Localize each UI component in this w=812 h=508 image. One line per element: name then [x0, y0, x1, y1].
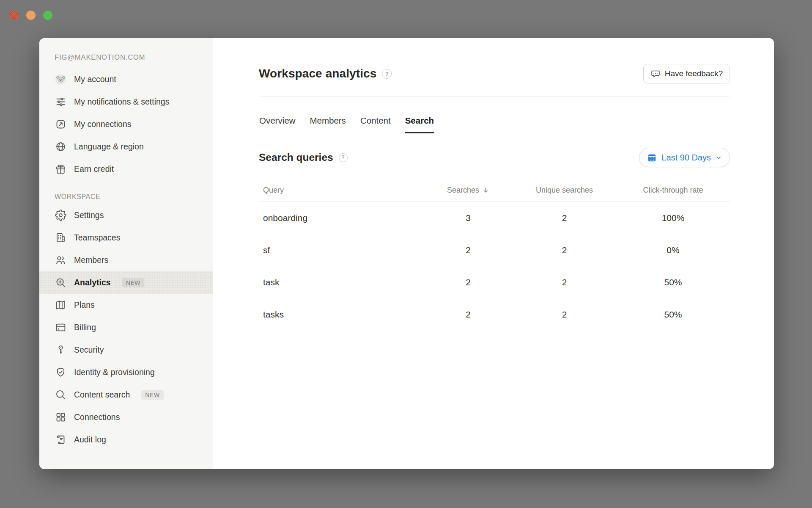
- sidebar-item-plans[interactable]: Plans: [39, 294, 213, 316]
- gear-icon: [55, 210, 66, 221]
- members-icon: [55, 254, 66, 266]
- sidebar-item-settings[interactable]: Settings: [39, 204, 213, 226]
- unique-searches-cell: 2: [513, 309, 616, 320]
- arrow-up-right-icon: [55, 119, 66, 130]
- column-header-click-through-rate: Click-through rate: [616, 186, 730, 195]
- table-row: tasks2250%: [259, 298, 730, 331]
- analytics-tabs: OverviewMembersContentSearch: [259, 109, 730, 133]
- tab-search[interactable]: Search: [405, 109, 434, 133]
- date-range-button[interactable]: Last 90 Days: [639, 148, 730, 167]
- sidebar-item-label: Earn credit: [74, 163, 114, 175]
- key-icon: [55, 344, 66, 356]
- tab-content[interactable]: Content: [360, 109, 391, 133]
- question-circle-icon[interactable]: [382, 69, 392, 79]
- credit-card-icon: [55, 322, 66, 333]
- sidebar-item-label: My account: [74, 74, 116, 85]
- date-range-label: Last 90 Days: [661, 153, 711, 163]
- table-row: onboarding32100%: [259, 202, 730, 234]
- grid-icon: [55, 411, 66, 423]
- workspace-section: SettingsTeamspacesMembersAnalyticsNEWPla…: [39, 204, 213, 451]
- query-cell: tasks: [259, 309, 424, 320]
- scroll-icon: [55, 434, 66, 445]
- table-row: sf220%: [259, 234, 730, 266]
- sidebar-item-content-search[interactable]: Content searchNEW: [39, 384, 213, 406]
- settings-window: FIG@MAKENOTION.COM My accountMy notifica…: [39, 38, 774, 469]
- gift-icon: [55, 163, 66, 175]
- chat-bubble-icon: [650, 69, 661, 79]
- sidebar-item-my-notifications-settings[interactable]: My notifications & settings: [39, 91, 213, 113]
- sidebar-item-billing[interactable]: Billing: [39, 316, 213, 339]
- tab-overview[interactable]: Overview: [259, 109, 296, 133]
- shield-check-icon: [55, 367, 66, 378]
- globe-icon: [55, 141, 66, 152]
- sidebar-item-audit-log[interactable]: Audit log: [39, 428, 213, 451]
- searches-cell: 2: [424, 277, 513, 287]
- new-badge: NEW: [141, 390, 163, 400]
- chevron-down-icon: [716, 155, 722, 161]
- ctr-cell: 100%: [616, 213, 730, 223]
- table-header-row: QuerySearchesUnique searchesClick-throug…: [259, 179, 730, 202]
- sidebar-item-my-account[interactable]: My account: [39, 68, 213, 91]
- window-controls: [9, 11, 52, 20]
- section-title: Search queries: [259, 152, 333, 163]
- question-circle-icon[interactable]: [339, 153, 348, 162]
- sidebar-item-label: Audit log: [74, 434, 106, 445]
- sidebar-item-label: Identity & provisioning: [74, 367, 155, 378]
- workspace-section-label: WORKSPACE: [55, 193, 198, 201]
- sidebar-item-teamspaces[interactable]: Teamspaces: [39, 226, 213, 249]
- sidebar-item-my-connections[interactable]: My connections: [39, 113, 213, 135]
- page-header: Workspace analytics Have feedback?: [259, 64, 730, 84]
- search-queries-table: QuerySearchesUnique searchesClick-throug…: [259, 179, 730, 331]
- sidebar-item-label: Language & region: [74, 141, 144, 152]
- sidebar-item-label: Plans: [74, 299, 95, 311]
- searches-cell: 2: [424, 309, 513, 320]
- searches-cell: 2: [424, 245, 513, 255]
- sidebar-item-analytics[interactable]: AnalyticsNEW: [39, 271, 213, 294]
- sidebar-item-security[interactable]: Security: [39, 339, 213, 361]
- sidebar-item-label: Billing: [74, 322, 96, 333]
- have-feedback-button[interactable]: Have feedback?: [643, 64, 730, 83]
- sidebar-item-label: My connections: [74, 119, 131, 130]
- minimize-button[interactable]: [26, 11, 36, 20]
- sidebar-item-label: Teamspaces: [74, 232, 120, 243]
- calendar-icon: [647, 153, 657, 163]
- table-column-divider: [424, 179, 424, 331]
- page-title: Workspace analytics: [259, 67, 376, 80]
- sidebar-item-label: Analytics: [74, 277, 111, 288]
- sidebar-item-identity-provisioning[interactable]: Identity & provisioning: [39, 361, 213, 384]
- user-avatar: [55, 74, 66, 85]
- magnifier-plus-icon: [55, 277, 66, 288]
- desktop-background: FIG@MAKENOTION.COM My accountMy notifica…: [0, 0, 812, 508]
- header-divider: [259, 97, 730, 97]
- sidebar-item-label: Settings: [74, 210, 104, 221]
- zoom-button[interactable]: [43, 11, 52, 20]
- unique-searches-cell: 2: [513, 277, 616, 287]
- query-cell: onboarding: [259, 213, 424, 223]
- building-icon: [55, 232, 66, 243]
- table-row: task2250%: [259, 266, 730, 298]
- settings-sidebar: FIG@MAKENOTION.COM My accountMy notifica…: [39, 38, 213, 469]
- sidebar-item-language-region[interactable]: Language & region: [39, 135, 213, 158]
- searches-cell: 3: [424, 213, 513, 223]
- map-icon: [55, 299, 66, 311]
- sidebar-item-label: Content search: [74, 389, 130, 400]
- sidebar-item-connections[interactable]: Connections: [39, 406, 213, 428]
- sidebar-item-earn-credit[interactable]: Earn credit: [39, 158, 213, 180]
- unique-searches-cell: 2: [513, 213, 616, 223]
- query-cell: sf: [259, 245, 424, 255]
- sidebar-item-members[interactable]: Members: [39, 249, 213, 271]
- sidebar-item-label: Connections: [74, 411, 120, 423]
- feedback-button-label: Have feedback?: [665, 69, 723, 78]
- close-button[interactable]: [9, 11, 19, 20]
- column-header-query: Query: [259, 186, 424, 195]
- column-header-unique-searches: Unique searches: [513, 186, 616, 195]
- column-header-searches[interactable]: Searches: [424, 186, 513, 195]
- magnifier-icon: [55, 389, 66, 400]
- tab-members[interactable]: Members: [309, 109, 346, 133]
- account-section: My accountMy notifications & settingsMy …: [39, 68, 213, 180]
- section-header: Search queries Last 90 Days: [259, 148, 730, 167]
- ctr-cell: 50%: [616, 277, 730, 287]
- new-badge: NEW: [122, 278, 144, 287]
- sliders-icon: [55, 96, 66, 108]
- analytics-main: Workspace analytics Have feedback? Overv…: [213, 38, 774, 469]
